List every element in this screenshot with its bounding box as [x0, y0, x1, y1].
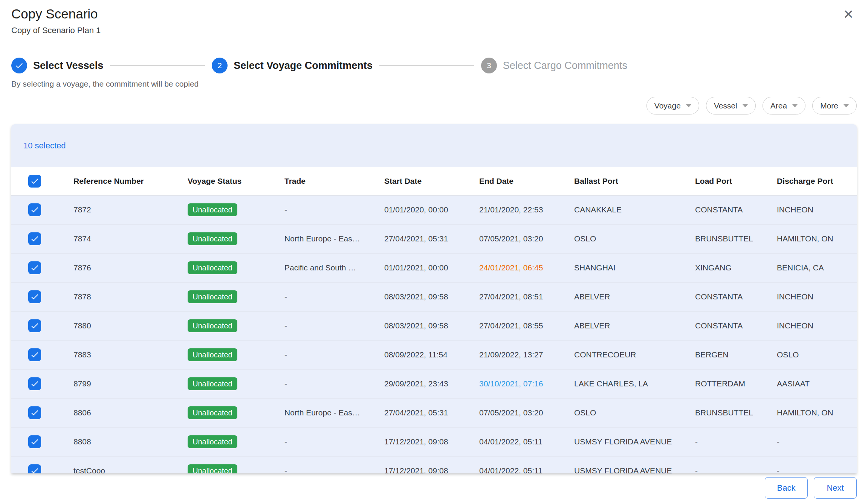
end-date-cell: 07/05/2021, 03:20	[479, 234, 574, 243]
chevron-down-icon	[743, 104, 748, 107]
discharge-port-cell: INCHEON	[777, 321, 857, 330]
filter-bar: Voyage Vessel Area More	[11, 97, 857, 114]
chevron-down-icon	[844, 104, 849, 107]
step-connector	[379, 65, 474, 66]
table-row[interactable]: 8808 Unallocated - 17/12/2021, 09:08 04/…	[11, 427, 857, 456]
dialog-subtitle: Copy of Scenario Plan 1	[11, 26, 857, 35]
start-date-cell: 27/04/2021, 05:31	[384, 408, 479, 417]
load-port-cell: BERGEN	[695, 350, 777, 359]
column-header-trade: Trade	[284, 177, 384, 186]
end-date-cell: 04/01/2022, 05:11	[479, 466, 574, 473]
table-row[interactable]: 7880 Unallocated - 08/03/2021, 09:58 27/…	[11, 311, 857, 340]
end-date-cell: 24/01/2021, 06:45	[479, 263, 574, 272]
voyage-status-cell: Unallocated	[188, 435, 284, 448]
row-checkbox[interactable]	[28, 290, 41, 303]
trade-cell: -	[284, 350, 384, 359]
ballast-port-cell: USMSY FLORIDA AVENUE	[574, 466, 695, 473]
area-filter-button[interactable]: Area	[763, 97, 805, 114]
trade-cell: Pacific and South …	[284, 263, 384, 272]
voyage-filter-button[interactable]: Voyage	[646, 97, 699, 114]
row-checkbox[interactable]	[28, 319, 41, 332]
chevron-down-icon	[686, 104, 691, 107]
vessel-filter-button[interactable]: Vessel	[706, 97, 756, 114]
ballast-port-cell: ABELVER	[574, 292, 695, 301]
discharge-port-cell: HAMILTON, ON	[777, 408, 857, 417]
reference-number-cell: 8806	[73, 408, 188, 417]
table-row[interactable]: 7878 Unallocated - 08/03/2021, 09:58 27/…	[11, 282, 857, 311]
row-checkbox[interactable]	[28, 203, 41, 216]
voyage-status-cell: Unallocated	[188, 377, 284, 390]
trade-cell: -	[284, 292, 384, 301]
discharge-port-cell: INCHEON	[777, 205, 857, 214]
start-date-cell: 29/09/2021, 23:43	[384, 379, 479, 388]
step-2-badge: 2	[212, 58, 228, 73]
reference-number-cell: 7878	[73, 292, 188, 301]
step-select-cargo-commitments[interactable]: 3 Select Cargo Commitments	[481, 58, 627, 73]
start-date-cell: 17/12/2021, 09:08	[384, 466, 479, 473]
row-checkbox[interactable]	[28, 464, 41, 473]
voyage-status-cell: Unallocated	[188, 406, 284, 419]
reference-number-cell: 7876	[73, 263, 188, 272]
table-header-row: Reference Number Voyage Status Trade Sta…	[11, 167, 857, 195]
area-filter-label: Area	[770, 101, 787, 110]
vessel-filter-label: Vessel	[714, 101, 737, 110]
end-date-cell: 07/05/2021, 03:20	[479, 408, 574, 417]
voyage-status-cell: Unallocated	[188, 290, 284, 303]
start-date-cell: 01/01/2020, 00:00	[384, 205, 479, 214]
status-badge: Unallocated	[188, 319, 237, 332]
column-header-start-date: Start Date	[384, 177, 479, 186]
table-row[interactable]: 7876 Unallocated Pacific and South … 01/…	[11, 253, 857, 282]
start-date-cell: 08/03/2021, 09:58	[384, 292, 479, 301]
step-select-voyage-commitments[interactable]: 2 Select Voyage Commitments	[212, 58, 373, 73]
column-header-discharge-port: Discharge Port	[777, 177, 857, 186]
table-row[interactable]: 8806 Unallocated North Europe - Eas… 27/…	[11, 398, 857, 427]
dialog-footer: Back Next	[11, 477, 857, 499]
trade-cell: -	[284, 205, 384, 214]
load-port-cell: -	[695, 437, 777, 446]
select-all-checkbox[interactable]	[28, 175, 41, 188]
row-checkbox[interactable]	[28, 377, 41, 390]
more-filter-button[interactable]: More	[812, 97, 857, 114]
start-date-cell: 17/12/2021, 09:08	[384, 437, 479, 446]
reference-number-cell: testCooo	[73, 466, 188, 473]
start-date-cell: 08/09/2022, 11:54	[384, 350, 479, 359]
table-row[interactable]: 7883 Unallocated - 08/09/2022, 11:54 21/…	[11, 340, 857, 369]
discharge-port-cell: HAMILTON, ON	[777, 234, 857, 243]
voyage-status-cell: Unallocated	[188, 232, 284, 245]
step-select-vessels[interactable]: Select Vessels	[11, 58, 103, 73]
step-3-badge: 3	[481, 58, 497, 73]
trade-cell: -	[284, 379, 384, 388]
status-badge: Unallocated	[188, 290, 237, 303]
row-checkbox[interactable]	[28, 261, 41, 274]
voyage-commitments-table: 10 selected Reference Number Voyage Stat…	[11, 124, 857, 473]
step-label-select-cargo-commitments: Select Cargo Commitments	[503, 60, 627, 72]
status-badge: Unallocated	[188, 348, 237, 361]
end-date-cell: 21/09/2022, 13:27	[479, 350, 574, 359]
row-checkbox[interactable]	[28, 232, 41, 245]
next-button[interactable]: Next	[814, 477, 857, 499]
ballast-port-cell: LAKE CHARLES, LA	[574, 379, 695, 388]
table-row[interactable]: testCooo Unallocated - 17/12/2021, 09:08…	[11, 456, 857, 473]
voyage-status-cell: Unallocated	[188, 261, 284, 274]
table-row[interactable]: 8799 Unallocated - 29/09/2021, 23:43 30/…	[11, 369, 857, 398]
start-date-cell: 27/04/2021, 05:31	[384, 234, 479, 243]
table-body: 7872 Unallocated - 01/01/2020, 00:00 21/…	[11, 195, 857, 473]
ballast-port-cell: CONTRECOEUR	[574, 350, 695, 359]
reference-number-cell: 7883	[73, 350, 188, 359]
discharge-port-cell: -	[777, 466, 857, 473]
row-checkbox[interactable]	[28, 406, 41, 419]
start-date-cell: 01/01/2021, 00:00	[384, 263, 479, 272]
close-icon[interactable]: ✕	[840, 6, 857, 23]
status-badge: Unallocated	[188, 406, 237, 419]
voyage-status-cell: Unallocated	[188, 319, 284, 332]
back-button[interactable]: Back	[765, 477, 808, 499]
table-row[interactable]: 7872 Unallocated - 01/01/2020, 00:00 21/…	[11, 195, 857, 224]
row-checkbox[interactable]	[28, 435, 41, 448]
end-date-cell: 27/04/2021, 08:55	[479, 321, 574, 330]
load-port-cell: CONSTANTA	[695, 321, 777, 330]
table-row[interactable]: 7874 Unallocated North Europe - Eas… 27/…	[11, 224, 857, 253]
row-checkbox[interactable]	[28, 348, 41, 361]
column-header-reference-number: Reference Number	[73, 177, 188, 186]
status-badge: Unallocated	[188, 377, 237, 390]
more-filter-label: More	[820, 101, 838, 110]
